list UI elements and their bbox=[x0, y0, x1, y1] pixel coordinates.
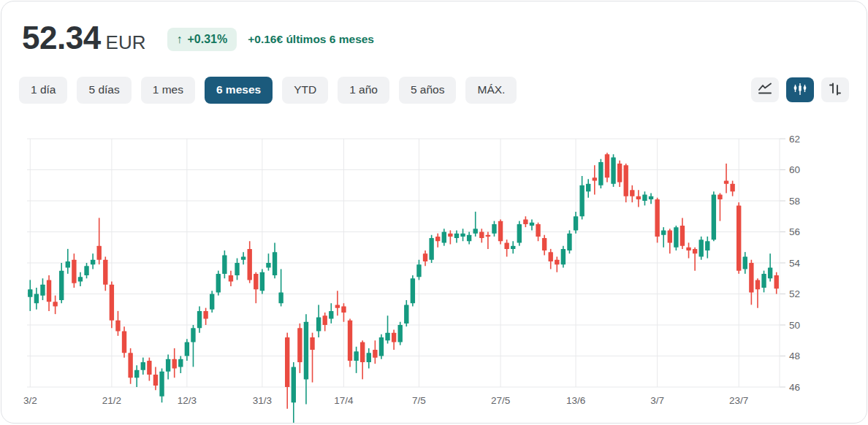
line-chart-icon bbox=[758, 83, 772, 97]
quote-card: 52.34 EUR ↑ +0.31% +0.16€ últimos 6 mese… bbox=[1, 1, 867, 424]
svg-text:23/7: 23/7 bbox=[729, 395, 748, 406]
range-button-m-x-[interactable]: MÁX. bbox=[465, 77, 517, 104]
up-arrow-icon: ↑ bbox=[177, 33, 183, 46]
range-button-ytd[interactable]: YTD bbox=[282, 77, 328, 104]
svg-text:31/3: 31/3 bbox=[253, 395, 272, 406]
svg-text:52: 52 bbox=[789, 288, 800, 299]
candles[interactable] bbox=[28, 153, 779, 423]
time-range-buttons: 1 día5 días1 mes6 mesesYTD1 año5 añosMÁX… bbox=[19, 77, 517, 104]
current-price: 52.34 bbox=[22, 22, 101, 54]
svg-text:3/2: 3/2 bbox=[23, 395, 37, 406]
change-percent-value: +0.31% bbox=[188, 33, 228, 46]
svg-text:3/7: 3/7 bbox=[650, 395, 664, 406]
svg-text:13/6: 13/6 bbox=[566, 395, 585, 406]
chart-gridlines bbox=[27, 139, 785, 387]
chart-type-toggle bbox=[751, 77, 849, 102]
quote-header: 52.34 EUR ↑ +0.31% +0.16€ últimos 6 mese… bbox=[22, 22, 374, 54]
svg-text:58: 58 bbox=[789, 196, 800, 207]
line-chart-icon-button[interactable] bbox=[751, 77, 779, 102]
ohlc-bars-icon bbox=[829, 83, 842, 98]
svg-text:21/2: 21/2 bbox=[102, 395, 121, 406]
change-percent-badge: ↑ +0.31% bbox=[167, 28, 237, 51]
svg-text:27/5: 27/5 bbox=[491, 395, 510, 406]
svg-text:50: 50 bbox=[789, 320, 800, 331]
ohlc-bars-icon-button[interactable] bbox=[821, 77, 849, 102]
svg-text:60: 60 bbox=[789, 164, 800, 175]
currency-code: EUR bbox=[106, 33, 146, 52]
candlestick-chart-icon bbox=[793, 83, 807, 98]
svg-text:48: 48 bbox=[789, 351, 800, 361]
svg-text:17/4: 17/4 bbox=[334, 395, 354, 406]
price-chart[interactable]: 6260585654525048463/221/212/331/317/47/5… bbox=[1, 118, 867, 424]
range-button-1-d-a[interactable]: 1 día bbox=[19, 77, 67, 104]
svg-text:54: 54 bbox=[789, 258, 801, 269]
range-button-6-meses[interactable]: 6 meses bbox=[205, 77, 273, 104]
change-amount-text: +0.16€ últimos 6 meses bbox=[248, 33, 374, 46]
svg-text:12/3: 12/3 bbox=[178, 395, 197, 406]
range-button-5-d-as[interactable]: 5 días bbox=[77, 77, 131, 104]
svg-text:7/5: 7/5 bbox=[412, 395, 426, 406]
range-button-1-a-o[interactable]: 1 año bbox=[338, 77, 389, 104]
candlestick-chart-svg: 6260585654525048463/221/212/331/317/47/5… bbox=[1, 118, 867, 424]
candlestick-chart-icon-button[interactable] bbox=[786, 77, 814, 102]
svg-text:62: 62 bbox=[789, 134, 800, 145]
svg-text:56: 56 bbox=[789, 226, 800, 237]
svg-text:46: 46 bbox=[789, 382, 800, 393]
range-button-1-mes[interactable]: 1 mes bbox=[141, 77, 195, 104]
chart-axis-labels: 6260585654525048463/221/212/331/317/47/5… bbox=[23, 134, 801, 407]
range-button-5-a-os[interactable]: 5 años bbox=[399, 77, 457, 104]
